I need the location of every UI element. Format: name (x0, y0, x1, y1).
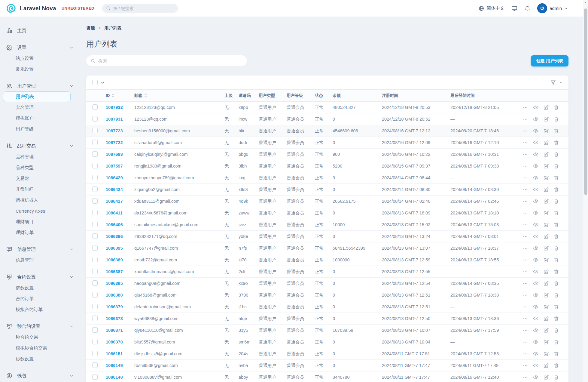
row-id-link[interactable]: 1086149 (106, 363, 123, 368)
row-id-link[interactable]: 1087722 (106, 140, 123, 145)
row-checkbox[interactable] (92, 292, 98, 297)
row-actions-menu-button[interactable] (522, 128, 528, 134)
edit-button[interactable] (543, 304, 549, 310)
resource-search[interactable] (86, 55, 247, 66)
sort-icon[interactable] (144, 93, 147, 98)
view-button[interactable] (533, 116, 539, 122)
delete-button[interactable] (553, 292, 559, 298)
view-button[interactable] (533, 186, 539, 193)
row-actions-menu-button[interactable] (522, 351, 528, 357)
view-button[interactable] (533, 151, 539, 157)
resource-search-input[interactable] (98, 59, 243, 63)
row-id-link[interactable]: 1086379 (106, 304, 123, 309)
sidebar-item-信息管理[interactable]: 信息管理 (0, 255, 80, 266)
view-button[interactable] (533, 362, 539, 368)
sidebar-item-品种类型[interactable]: 品种类型 (0, 162, 80, 173)
breadcrumb-resources-link[interactable]: 资源 (86, 25, 95, 31)
delete-button[interactable] (553, 281, 559, 286)
row-id-link[interactable]: 1086406 (106, 222, 123, 227)
row-id-link[interactable]: 1086396 (106, 234, 123, 239)
view-button[interactable] (533, 257, 539, 263)
global-search[interactable] (102, 4, 178, 13)
row-actions-menu-button[interactable] (522, 316, 528, 322)
delete-button[interactable] (553, 175, 559, 181)
delete-button[interactable] (553, 163, 559, 169)
edit-button[interactable] (543, 163, 549, 169)
row-id-link[interactable]: 1086417 (106, 199, 123, 204)
row-checkbox[interactable] (92, 198, 98, 204)
edit-button[interactable] (543, 105, 549, 110)
view-button[interactable] (533, 175, 539, 181)
row-checkbox[interactable] (92, 316, 98, 321)
delete-button[interactable] (553, 374, 559, 380)
row-actions-menu-button[interactable] (522, 140, 528, 146)
view-button[interactable] (533, 210, 539, 216)
select-all-dropdown-chevron-icon[interactable] (100, 80, 105, 85)
row-checkbox[interactable] (92, 339, 98, 344)
view-button[interactable] (533, 351, 539, 357)
row-checkbox[interactable] (92, 186, 98, 192)
sidebar-item-理财订单[interactable]: 理财订单 (0, 227, 80, 238)
row-id-link[interactable]: 1087597 (106, 164, 123, 168)
sidebar-item-钱包[interactable]: 钱包 (0, 370, 80, 381)
row-id-link[interactable]: 1086370 (106, 340, 123, 344)
edit-button[interactable] (543, 245, 549, 251)
sidebar-item-合约订单[interactable]: 合约订单 (0, 293, 80, 304)
language-switcher[interactable]: 简体中文 (478, 5, 504, 11)
delete-button[interactable] (553, 351, 559, 357)
edit-button[interactable] (543, 328, 549, 333)
edit-button[interactable] (543, 187, 549, 193)
sort-icon[interactable] (112, 93, 114, 98)
delete-button[interactable] (553, 339, 559, 345)
sidebar-item-用户列表[interactable]: 用户列表 (3, 91, 71, 102)
delete-button[interactable] (553, 199, 559, 204)
sidebar-item-设置[interactable]: 设置 (0, 42, 80, 53)
edit-button[interactable] (543, 128, 549, 134)
sidebar-item-调控机器人[interactable]: 调控机器人 (0, 195, 80, 205)
row-checkbox[interactable] (92, 374, 98, 380)
create-resource-button[interactable]: 创建 用户列表 (531, 55, 568, 66)
notifications-bell-button[interactable] (524, 5, 531, 11)
row-checkbox[interactable] (92, 151, 98, 157)
row-id-link[interactable]: 1086148 (106, 375, 123, 380)
sidebar-item-倍数设置[interactable]: 倍数设置 (0, 282, 80, 293)
row-checkbox[interactable] (92, 222, 98, 227)
row-actions-menu-button[interactable] (522, 199, 528, 204)
row-actions-menu-button[interactable] (522, 116, 528, 122)
row-actions-menu-button[interactable] (522, 374, 528, 380)
row-checkbox[interactable] (92, 163, 98, 168)
row-checkbox[interactable] (92, 210, 98, 215)
sidebar-item-交易对[interactable]: 交易对 (0, 173, 80, 184)
sidebar-item-实名管理[interactable]: 实名管理 (0, 102, 80, 113)
row-actions-menu-button[interactable] (522, 245, 528, 251)
row-id-link[interactable]: 1086380 (106, 293, 123, 297)
view-button[interactable] (533, 339, 539, 345)
view-button[interactable] (533, 327, 539, 333)
row-checkbox[interactable] (92, 351, 98, 356)
user-menu[interactable]: admin (537, 3, 568, 13)
row-checkbox[interactable] (92, 140, 98, 145)
view-button[interactable] (533, 163, 539, 169)
row-checkbox[interactable] (92, 233, 98, 239)
view-button[interactable] (533, 128, 539, 134)
delete-button[interactable] (553, 363, 559, 368)
row-actions-menu-button[interactable] (522, 222, 528, 228)
delete-button[interactable] (553, 152, 559, 157)
row-actions-menu-button[interactable] (522, 105, 528, 110)
view-button[interactable] (533, 292, 539, 298)
sidebar-item-模拟秒合约交易[interactable]: 模拟秒合约交易 (0, 343, 80, 353)
row-checkbox[interactable] (92, 116, 98, 122)
sidebar-item-模拟账户[interactable]: 模拟账户 (0, 113, 80, 124)
select-all-checkbox[interactable] (92, 80, 98, 85)
row-actions-menu-button[interactable] (522, 210, 528, 216)
view-button[interactable] (533, 222, 539, 228)
row-checkbox[interactable] (92, 269, 98, 274)
row-id-link[interactable]: 1087931 (106, 117, 123, 122)
row-actions-menu-button[interactable] (522, 152, 528, 157)
delete-button[interactable] (553, 116, 559, 122)
row-actions-menu-button[interactable] (522, 257, 528, 263)
scrollbar-thumb[interactable] (584, 8, 587, 195)
row-id-link[interactable]: 1086424 (106, 187, 123, 192)
delete-button[interactable] (553, 234, 559, 239)
row-id-link[interactable]: 1086429 (106, 175, 123, 180)
